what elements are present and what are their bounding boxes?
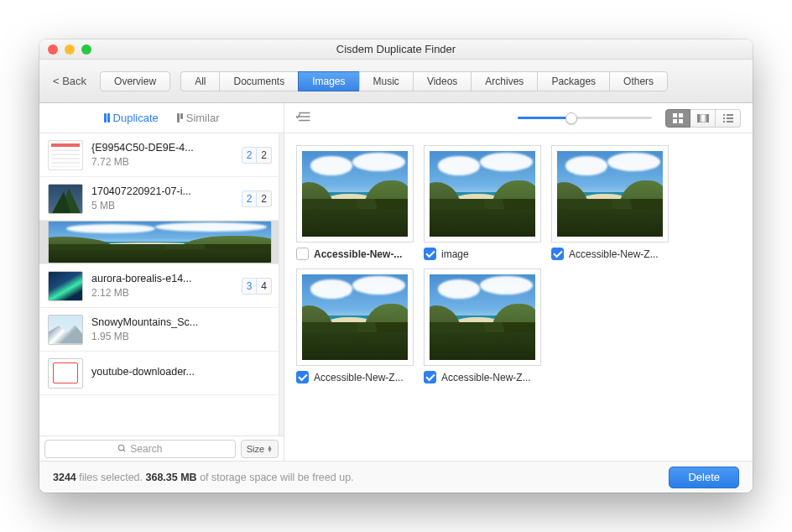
thumbnail-card[interactable]: Accessible-New-...	[296, 145, 414, 260]
list-item-thumbnail	[48, 184, 83, 214]
list-item-size: 2.12 MB	[91, 287, 233, 299]
svg-rect-14	[723, 117, 725, 119]
status-bar: 3244 files selected. 368.35 MB of storag…	[39, 461, 753, 493]
tab-images[interactable]: Images	[298, 71, 358, 91]
thumbnail-card[interactable]: Accessible-New-Z...	[551, 145, 669, 260]
tab-others[interactable]: Others	[609, 71, 668, 91]
list-scrollbar[interactable]	[279, 133, 284, 436]
thumbnail-label: image	[441, 248, 541, 260]
window-title: Cisdem Duplicate Finder	[39, 43, 753, 55]
toolbar: < Back Overview AllDocumentsImagesMusicV…	[39, 60, 753, 103]
thumbnail-label: Accessible-New-...	[314, 248, 414, 260]
thumbnail-label: Accessible-New-Z...	[314, 372, 414, 383]
svg-rect-17	[727, 121, 733, 123]
tab-duplicate[interactable]: Duplicate	[104, 112, 159, 124]
thumbnail-card[interactable]: image	[424, 145, 541, 260]
thumbnail-label: Accessible-New-Z...	[441, 372, 541, 383]
select-checkbox[interactable]	[296, 248, 309, 260]
similar-icon	[177, 113, 183, 123]
tab-videos[interactable]: Videos	[413, 71, 471, 91]
thumbnail-gallery: Accessible-New-...imageAccessible-New-Z.…	[284, 133, 753, 461]
selection-menu-button[interactable]	[296, 111, 311, 126]
thumbnail-image	[424, 145, 541, 243]
view-list-button[interactable]	[716, 109, 741, 128]
list-item[interactable]: youtube-downloader...	[39, 352, 279, 395]
select-checkbox[interactable]	[424, 371, 436, 383]
svg-rect-6	[679, 113, 683, 117]
thumbnail-image	[551, 145, 669, 243]
search-placeholder: Search	[130, 443, 162, 455]
tab-duplicate-label: Duplicate	[113, 112, 159, 124]
tab-all[interactable]: All	[180, 71, 219, 91]
list-item-name: 170407220921-07-i...	[91, 185, 233, 197]
sort-dropdown[interactable]: Size ▲▼	[241, 440, 279, 458]
list-check-icon	[296, 111, 311, 123]
sidebar: Duplicate Similar {E9954C50-DE9E-4...7.7…	[39, 103, 284, 461]
list-item-thumbnail	[48, 271, 83, 301]
list-item-thumbnail	[48, 221, 272, 263]
svg-point-0	[119, 445, 124, 450]
columns-icon	[697, 114, 709, 123]
svg-rect-13	[727, 114, 733, 116]
duplicate-group-list[interactable]: {E9954C50-DE9E-4...7.72 MB22170407220921…	[39, 133, 279, 436]
list-item[interactable]: SnowyMountains_Sc...1.95 MB	[39, 308, 279, 352]
view-mode-segment	[665, 109, 741, 128]
back-button[interactable]: < Back	[50, 72, 90, 90]
list-item[interactable]: 170407220921-07-i...5 MB22	[39, 177, 279, 221]
thumbnail-card[interactable]: Accessible-New-Z...	[296, 269, 414, 383]
detail-pane: Accessible-New-...imageAccessible-New-Z.…	[284, 103, 753, 461]
list-item[interactable]: {E9954C50-DE9E-4...7.72 MB22	[39, 133, 279, 177]
stepper-icon: ▲▼	[267, 446, 273, 452]
tab-similar-label: Similar	[186, 112, 220, 124]
selected-count: 3244	[53, 472, 76, 483]
list-item-size: 7.72 MB	[91, 156, 233, 168]
select-checkbox[interactable]	[296, 371, 309, 383]
svg-rect-7	[673, 119, 677, 123]
thumbnail-card[interactable]: Accessible-New-Z...	[424, 269, 541, 383]
duplicate-icon	[104, 113, 110, 123]
tab-archives[interactable]: Archives	[471, 71, 537, 91]
list-item-thumbnail	[48, 140, 83, 170]
search-input[interactable]: Search	[44, 440, 236, 458]
grid-icon	[673, 113, 683, 123]
thumbnail-image	[296, 269, 414, 366]
select-checkbox[interactable]	[551, 248, 564, 260]
delete-button[interactable]: Delete	[669, 467, 739, 488]
list-item[interactable]: Accessible-New-Zea...2.31 MB45	[39, 221, 279, 264]
svg-rect-10	[701, 114, 706, 123]
freed-size: 368.35 MB	[146, 472, 197, 483]
list-item-name: aurora-borealis-e14...	[91, 273, 233, 284]
list-item-name: SnowyMountains_Sc...	[91, 316, 272, 328]
list-item-counts: 22	[242, 147, 272, 164]
app-window: Cisdem Duplicate Finder < Back Overview …	[39, 39, 753, 493]
thumbnail-size-slider[interactable]	[518, 110, 652, 127]
list-item-counts: 22	[242, 190, 272, 207]
zoom-window-button[interactable]	[81, 44, 91, 55]
minimize-window-button[interactable]	[65, 44, 75, 55]
content-area: Duplicate Similar {E9954C50-DE9E-4...7.7…	[39, 103, 753, 461]
list-item-counts: 34	[242, 278, 272, 295]
list-item-thumbnail	[48, 315, 83, 345]
list-item[interactable]: aurora-borealis-e14...2.12 MB34	[39, 264, 279, 308]
view-grid-button[interactable]	[665, 109, 690, 128]
tab-music[interactable]: Music	[359, 71, 413, 91]
overview-button[interactable]: Overview	[100, 71, 170, 91]
svg-rect-15	[727, 117, 733, 119]
list-item-size: 5 MB	[91, 200, 233, 211]
status-text: 3244 files selected. 368.35 MB of storag…	[53, 472, 354, 483]
tab-documents[interactable]: Documents	[219, 71, 298, 91]
close-window-button[interactable]	[48, 44, 58, 55]
thumbnail-image	[424, 269, 541, 366]
list-item-name: {E9954C50-DE9E-4...	[91, 142, 233, 154]
sort-label: Size	[247, 444, 264, 454]
tab-similar[interactable]: Similar	[177, 112, 220, 124]
svg-line-1	[123, 450, 125, 451]
svg-rect-12	[723, 114, 725, 116]
view-columns-button[interactable]	[690, 109, 716, 128]
titlebar: Cisdem Duplicate Finder	[39, 39, 753, 60]
thumbnail-label: Accessible-New-Z...	[569, 248, 669, 260]
detail-toolbar	[284, 103, 753, 133]
tab-packages[interactable]: Packages	[537, 71, 609, 91]
list-item-size: 1.95 MB	[91, 331, 272, 342]
select-checkbox[interactable]	[424, 248, 436, 260]
